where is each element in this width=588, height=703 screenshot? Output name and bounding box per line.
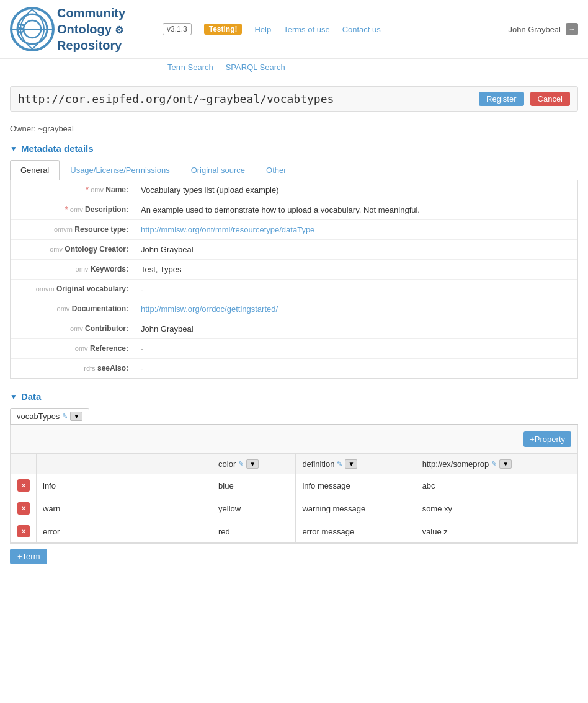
definition-dropdown-btn[interactable]: ▼	[345, 459, 357, 469]
metadata-tabs: General Usage/License/Permissions Origin…	[10, 160, 578, 180]
help-link[interactable]: Help	[254, 25, 271, 34]
empty-value: -	[141, 364, 143, 373]
someprop-edit-icon[interactable]: ✎	[491, 460, 497, 468]
empty-value: -	[141, 285, 143, 294]
tab-general[interactable]: General	[10, 160, 60, 180]
metadata-value-cell: John Graybeal	[135, 319, 577, 339]
metadata-row: * omv Description:An example used to dem…	[11, 200, 577, 220]
vocab-tab[interactable]: vocabTypes ✎ ▼	[10, 408, 89, 424]
vocab-tab-label: vocabTypes	[17, 412, 60, 421]
sparql-search-link[interactable]: SPARQL Search	[226, 63, 285, 72]
version-badge: v3.1.3	[163, 23, 192, 35]
cancel-button[interactable]: Cancel	[530, 92, 570, 106]
metadata-link[interactable]: http://mmisw.org/orrdoc/gettingstarted/	[141, 304, 278, 314]
main-content: http://cor.esipfed.org/ont/~graybeal/voc…	[0, 76, 588, 574]
delete-row-button[interactable]: ×	[17, 479, 30, 492]
top-nav: v3.1.3 Testing! Help Terms of use Contac…	[125, 23, 578, 35]
someprop-cell: abc	[416, 474, 577, 497]
data-section: ▼ Data vocabTypes ✎ ▼ +Property	[10, 391, 578, 564]
data-table-header-row: color ✎ ▼ definition ✎ ▼	[11, 454, 577, 474]
data-arrow-icon: ▼	[10, 392, 17, 401]
metadata-value-cell: Vocabulary types list (upload example)	[135, 180, 577, 200]
delete-row-button[interactable]: ×	[17, 502, 30, 515]
metadata-value-cell: Test, Types	[135, 260, 577, 280]
color-cell: yellow	[212, 497, 296, 520]
tab-original-source[interactable]: Original source	[180, 160, 256, 180]
tab-other[interactable]: Other	[256, 160, 297, 180]
metadata-label-cell: omvm Original vocabulary:	[11, 280, 135, 299]
metadata-table: * omv Name:Vocabulary types list (upload…	[11, 180, 577, 378]
definition-edit-icon[interactable]: ✎	[337, 460, 342, 468]
header-top: S Community Ontology ⚙ Repository v3.1.3…	[0, 0, 588, 59]
metadata-row: omv Ontology Creator:John Graybeal	[11, 240, 577, 260]
terms-of-use-link[interactable]: Terms of use	[283, 25, 329, 34]
vocab-edit-icon[interactable]: ✎	[62, 412, 68, 420]
color-col-header: color ✎ ▼	[212, 454, 296, 474]
metadata-section-header[interactable]: ▼ Metadata details	[10, 143, 578, 154]
user-area: John Graybeal →	[508, 23, 578, 35]
metadata-arrow-icon: ▼	[10, 144, 17, 153]
metadata-value-cell: -	[135, 339, 577, 359]
metadata-value-cell: http://mmisw.org/orrdoc/gettingstarted/	[135, 299, 577, 319]
metadata-label-cell: omv Ontology Creator:	[11, 240, 135, 260]
someprop-cell: some xy	[416, 497, 577, 520]
logo-area: S Community Ontology ⚙ Repository	[10, 5, 125, 53]
contact-us-link[interactable]: Contact us	[342, 25, 381, 34]
color-cell: red	[212, 520, 296, 543]
term-search-link[interactable]: Term Search	[167, 63, 213, 72]
metadata-row: omv Keywords:Test, Types	[11, 260, 577, 280]
metadata-link[interactable]: http://mmisw.org/ont/mmi/resourcetype/da…	[141, 225, 314, 234]
logo-icon: S	[10, 7, 55, 51]
delete-cell: ×	[11, 474, 37, 497]
someprop-dropdown-btn[interactable]: ▼	[499, 459, 512, 469]
metadata-label-cell: * omv Description:	[11, 200, 135, 220]
metadata-value-cell: http://mmisw.org/ont/mmi/resourcetype/da…	[135, 220, 577, 240]
definition-col-header: definition ✎ ▼	[296, 454, 416, 474]
term-cell: warn	[37, 497, 212, 520]
definition-cell: error message	[296, 520, 416, 543]
vocab-tab-bar: vocabTypes ✎ ▼	[10, 408, 578, 425]
metadata-label-cell: rdfs seeAlso:	[11, 359, 135, 379]
table-row: ×errorrederror messagevalue z	[11, 520, 577, 543]
metadata-table-container: * omv Name:Vocabulary types list (upload…	[10, 180, 578, 379]
tab-usage[interactable]: Usage/License/Permissions	[60, 160, 180, 180]
term-col-header	[37, 454, 212, 474]
color-edit-icon[interactable]: ✎	[238, 460, 244, 468]
data-section-header[interactable]: ▼ Data	[10, 391, 578, 402]
empty-value: -	[141, 344, 143, 353]
ontology-url: http://cor.esipfed.org/ont/~graybeal/voc…	[18, 92, 473, 105]
someprop-col-label: http://ex/someprop	[422, 459, 489, 469]
someprop-col-header: http://ex/someprop ✎ ▼	[416, 454, 577, 474]
definition-col-label: definition	[302, 459, 334, 469]
logout-icon[interactable]: →	[566, 23, 578, 35]
metadata-label-cell: * omv Name:	[11, 180, 135, 200]
someprop-cell: value z	[416, 520, 577, 543]
delete-cell: ×	[11, 497, 37, 520]
metadata-value-cell: -	[135, 359, 577, 379]
header-nav: Term Search SPARQL Search	[0, 59, 588, 76]
testing-badge[interactable]: Testing!	[204, 24, 243, 35]
owner-line: Owner: ~graybeal	[10, 122, 578, 136]
metadata-label-cell: omv Keywords:	[11, 260, 135, 280]
metadata-section: ▼ Metadata details General Usage/License…	[10, 143, 578, 379]
data-section-title: Data	[21, 391, 42, 402]
delete-row-button[interactable]: ×	[17, 525, 30, 537]
definition-cell: info message	[296, 474, 416, 497]
register-button[interactable]: Register	[479, 92, 523, 106]
add-property-wrapper: +Property	[11, 425, 577, 454]
metadata-value-cell: -	[135, 280, 577, 299]
color-dropdown-btn[interactable]: ▼	[246, 459, 259, 469]
table-row: ×warnyellowwarning messagesome xy	[11, 497, 577, 520]
add-property-button[interactable]: +Property	[523, 431, 571, 447]
term-cell: error	[37, 520, 212, 543]
vocab-dropdown-btn[interactable]: ▼	[70, 412, 82, 421]
metadata-label-cell: omvm Resource type:	[11, 220, 135, 240]
table-row: ×infoblueinfo messageabc	[11, 474, 577, 497]
add-term-button[interactable]: +Term	[10, 549, 47, 564]
metadata-row: rdfs seeAlso:-	[11, 359, 577, 379]
metadata-row: omv Reference:-	[11, 339, 577, 359]
color-cell: blue	[212, 474, 296, 497]
metadata-row: omv Contributor:John Graybeal	[11, 319, 577, 339]
definition-cell: warning message	[296, 497, 416, 520]
metadata-row: omvm Resource type:http://mmisw.org/ont/…	[11, 220, 577, 240]
